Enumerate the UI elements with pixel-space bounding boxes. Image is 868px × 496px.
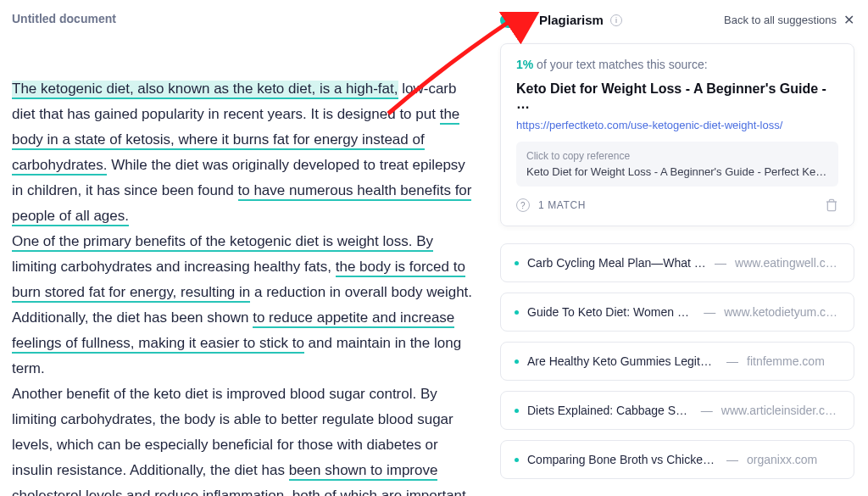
match-count: 1 MATCH: [538, 199, 586, 211]
dash: —: [704, 305, 715, 319]
bullet-icon: [515, 261, 519, 265]
plagiarism-header: 32% Plagiarism i Back to all suggestions…: [500, 12, 854, 28]
plagiarism-label: Plagiarism: [539, 13, 604, 27]
bullet-icon: [515, 409, 519, 413]
back-label: Back to all suggestions: [724, 14, 837, 26]
reference-box[interactable]: Click to copy reference Keto Diet for We…: [516, 142, 838, 187]
bullet-icon: [515, 458, 519, 462]
essay-text: limiting carbohydrates and increasing he…: [12, 259, 336, 275]
source-row-title: Comparing Bone Broth vs Chicken Brot…: [527, 453, 718, 466]
reference-hint: Click to copy reference: [526, 150, 828, 162]
bullet-icon: [515, 310, 519, 315]
source-row[interactable]: Carb Cycling Meal Plan—What I… — www.eat…: [500, 243, 854, 282]
help-icon[interactable]: ?: [516, 198, 530, 212]
source-row-title: Carb Cycling Meal Plan—What I…: [527, 256, 706, 270]
source-row-title: Are Healthy Keto Gummies Legit? Dis…: [527, 354, 718, 368]
source-card: 1% of your text matches this source: Ket…: [500, 43, 854, 226]
source-row-domain: fitnfemme.com: [747, 354, 825, 368]
text-underline: One of the primary benefits of the ketog…: [12, 233, 433, 252]
source-row[interactable]: Diets Explained: Cabbage So… — www.artic…: [500, 391, 854, 430]
source-row-domain: www.ketodietyum.com: [724, 305, 840, 319]
reference-text: Keto Diet for Weight Loss - A Beginner's…: [526, 165, 828, 178]
source-row[interactable]: Are Healthy Keto Gummies Legit? Dis… — f…: [500, 342, 854, 381]
document-title[interactable]: Untitled document: [12, 12, 478, 25]
match-text: of your text matches this source:: [533, 58, 707, 71]
card-footer: ? 1 MATCH: [516, 198, 838, 212]
bullet-icon: [515, 359, 519, 364]
source-list: Carb Cycling Meal Plan—What I… — www.eat…: [500, 243, 854, 479]
dash: —: [701, 404, 713, 417]
dash: —: [715, 256, 726, 270]
info-icon[interactable]: i: [610, 14, 622, 26]
dash: —: [726, 354, 738, 368]
source-row[interactable]: Comparing Bone Broth vs Chicken Brot… — …: [500, 440, 854, 479]
dash: —: [726, 453, 738, 466]
text-highlight: The ketogenic diet, also known as the ke…: [12, 81, 398, 99]
match-percent: 1%: [516, 58, 533, 71]
source-row-title: Diets Explained: Cabbage So…: [527, 404, 693, 417]
source-row-domain: organixx.com: [747, 453, 817, 466]
source-url[interactable]: https://perfectketo.com/use-ketogenic-di…: [516, 119, 838, 131]
back-link[interactable]: Back to all suggestions ✕: [724, 12, 854, 28]
match-line: 1% of your text matches this source:: [516, 58, 838, 71]
essay-body[interactable]: The ketogenic diet, also known as the ke…: [12, 76, 478, 496]
close-icon[interactable]: ✕: [843, 12, 854, 28]
plagiarism-badge: 32%: [500, 13, 532, 28]
source-row-domain: www.eatingwell.com: [735, 256, 840, 270]
source-row-title: Guide To Keto Diet: Women O…: [527, 305, 695, 319]
source-row-domain: www.articleinsider.com: [721, 404, 840, 417]
source-row[interactable]: Guide To Keto Diet: Women O… — www.ketod…: [500, 293, 854, 332]
trash-icon[interactable]: [825, 198, 838, 212]
source-title[interactable]: Keto Diet for Weight Loss - A Beginner's…: [516, 81, 838, 112]
